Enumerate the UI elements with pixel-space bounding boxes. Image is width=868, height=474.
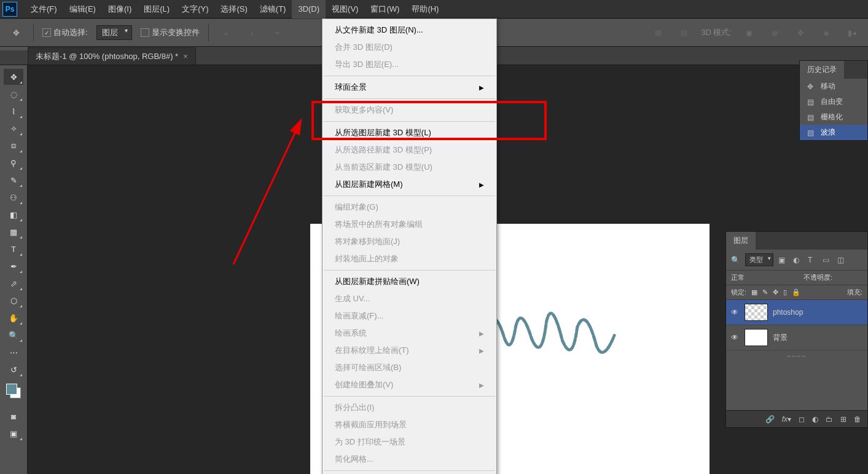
history-item-1[interactable]: ▤自由变	[800, 94, 867, 109]
history-step-icon: ▤	[805, 113, 816, 122]
layer-filter-dropdown[interactable]: 类型	[745, 253, 773, 266]
blend-mode-dropdown[interactable]: 正常	[731, 273, 799, 282]
menu-file[interactable]: 文件(F)	[25, 0, 63, 18]
auto-select-checkbox[interactable]: 自动选择:	[42, 27, 88, 38]
3d-pan-icon[interactable]: ⊕	[766, 24, 783, 41]
lock-transparent-icon[interactable]: ▦	[751, 288, 757, 296]
panel-resize-grip[interactable]: ╍╍╍╍	[726, 350, 867, 360]
close-tab-icon[interactable]: ×	[183, 52, 188, 61]
menu-3d-item-0[interactable]: 从文件新建 3D 图层(N)...	[323, 22, 496, 39]
align-top-icon[interactable]: ⫠	[217, 24, 235, 41]
history-item-3[interactable]: ▤波浪	[800, 125, 867, 140]
layer-group-icon[interactable]: 🗀	[826, 415, 833, 424]
gradient-tool[interactable]: ▦	[4, 224, 23, 240]
opacity-label: 不透明度:	[803, 273, 832, 282]
adjustment-layer-icon[interactable]: ◐	[812, 415, 818, 424]
auto-select-dropdown[interactable]: 图层	[96, 25, 132, 40]
hand-tool[interactable]: ✋	[4, 310, 23, 326]
shape-tool[interactable]: ⬡	[4, 293, 23, 309]
history-step-icon: ▤	[805, 128, 816, 137]
lock-all-icon[interactable]: 🔒	[792, 288, 800, 296]
menu-help[interactable]: 帮助(H)	[405, 0, 445, 18]
menu-filter[interactable]: 滤镜(T)	[254, 0, 292, 18]
history-step-icon: ✥	[805, 82, 816, 91]
3d-move-icon[interactable]: ✥	[792, 24, 809, 41]
search-icon: 🔍	[731, 256, 740, 264]
menu-view[interactable]: 视图(V)	[326, 0, 364, 18]
3d-orbit-icon[interactable]: ◉	[740, 24, 757, 41]
path-select-tool[interactable]: ⬀	[4, 275, 23, 291]
magic-wand-tool[interactable]: ✧	[4, 120, 23, 136]
3d-camera-icon[interactable]: ▮◂	[843, 24, 861, 41]
history-step-icon: ▤	[805, 98, 816, 106]
3d-scale-icon[interactable]: ◈	[818, 24, 835, 41]
color-swatch[interactable]	[6, 384, 21, 398]
move-tool[interactable]: ✥	[4, 69, 23, 85]
lock-paint-icon[interactable]: ✎	[762, 288, 768, 296]
menu-3d-item-21: 绘画系统▶	[323, 325, 496, 342]
layer-row-1[interactable]: 👁背景	[726, 325, 867, 350]
filter-pixel-icon[interactable]: ▣	[778, 256, 788, 264]
menu-image[interactable]: 图像(I)	[102, 0, 138, 18]
distribute2-icon[interactable]: ⊟	[675, 24, 692, 41]
menu-3d-item-8[interactable]: 从所选图层新建 3D 模型(L)	[323, 124, 496, 141]
layer-name: 背景	[773, 333, 788, 343]
menu-3d-item-18[interactable]: 从图层新建拼贴绘画(W)	[323, 273, 496, 290]
layer-visibility-icon[interactable]: 👁	[731, 333, 740, 342]
toolbox: ✥ ◌ ⌇ ✧ ⧈ ⚲ ✎ ⚇ ◧ ▦ T ✒ ⬀ ⬡ ✋ 🔍 ⋯ ↺ ◙ ▣	[0, 65, 28, 474]
menu-3d-dropdown: 从文件新建 3D 图层(N)...合并 3D 图层(D)导出 3D 图层(E).…	[322, 18, 497, 474]
lasso-tool[interactable]: ⌇	[4, 103, 23, 119]
marquee-tool[interactable]: ◌	[4, 86, 23, 102]
type-tool[interactable]: T	[4, 241, 23, 257]
menu-3d-item-4[interactable]: 球面全景▶	[323, 79, 496, 96]
layer-thumbnail[interactable]	[745, 329, 768, 346]
align-bottom-icon[interactable]: ⫟	[269, 24, 286, 41]
filter-shape-icon[interactable]: ▭	[823, 256, 832, 264]
layers-bottom-bar: 🔗 fx▾ ◻ ◐ 🗀 ⊞ 🗑	[726, 410, 867, 427]
lock-artboard-icon[interactable]: ▯	[783, 288, 787, 296]
layer-fx-icon[interactable]: fx▾	[782, 415, 791, 424]
menu-type[interactable]: 文字(Y)	[176, 0, 214, 18]
align-middle-icon[interactable]: ⫞	[243, 24, 260, 41]
edit-toolbar[interactable]: ⋯	[4, 344, 23, 360]
layer-thumbnail[interactable]	[745, 304, 768, 321]
filter-type-icon[interactable]: T	[808, 256, 818, 264]
menu-window[interactable]: 窗口(W)	[364, 0, 405, 18]
menu-3d-item-28: 为 3D 打印统一场景	[323, 433, 496, 451]
menu-3d-item-15: 将对象移到地面(J)	[323, 233, 496, 250]
menu-select[interactable]: 选择(S)	[214, 0, 253, 18]
menu-layer[interactable]: 图层(L)	[138, 0, 176, 18]
menu-3d[interactable]: 3D(D)	[292, 0, 326, 18]
layer-mask-icon[interactable]: ◻	[799, 415, 805, 424]
menu-edit[interactable]: 编辑(E)	[63, 0, 102, 18]
eraser-tool[interactable]: ◧	[4, 207, 23, 223]
pen-tool[interactable]: ✒	[4, 258, 23, 274]
history-item-0[interactable]: ✥移动	[800, 79, 867, 94]
clone-stamp-tool[interactable]: ⚇	[4, 189, 23, 205]
new-layer-icon[interactable]: ⊞	[840, 415, 846, 424]
crop-tool[interactable]: ⧈	[4, 138, 23, 154]
document-tab[interactable]: 未标题-1 @ 100% (phtoshop, RGB/8#) * ×	[28, 47, 196, 65]
eyedropper-tool[interactable]: ⚲	[4, 155, 23, 171]
history-brush-tool[interactable]: ↺	[4, 361, 23, 377]
filter-adjust-icon[interactable]: ◐	[793, 256, 803, 264]
zoom-tool[interactable]: 🔍	[4, 327, 23, 343]
link-layers-icon[interactable]: 🔗	[765, 415, 775, 424]
show-transform-checkbox[interactable]: 显示变换控件	[141, 27, 200, 38]
filter-smart-icon[interactable]: ◫	[837, 256, 847, 264]
app-logo: Ps	[2, 2, 17, 17]
brush-tool[interactable]: ✎	[4, 172, 23, 188]
delete-layer-icon[interactable]: 🗑	[854, 415, 861, 424]
history-panel-tab[interactable]: 历史记录	[800, 61, 844, 79]
layer-visibility-icon[interactable]: 👁	[731, 308, 740, 317]
lock-position-icon[interactable]: ✥	[773, 288, 778, 296]
quick-mask-toggle[interactable]: ◙	[4, 408, 23, 424]
menu-3d-item-11[interactable]: 从图层新建网格(M)▶	[323, 176, 496, 193]
layer-row-0[interactable]: 👁phtoshop	[726, 300, 867, 325]
menu-3d-item-6: 获取更多内容(V)	[323, 101, 496, 119]
menu-3d-item-2: 导出 3D 图层(E)...	[323, 56, 496, 73]
distribute-icon[interactable]: ⊞	[649, 24, 667, 41]
history-item-2[interactable]: ▤栅格化	[800, 109, 867, 125]
screen-mode-toggle[interactable]: ▣	[4, 425, 23, 441]
layers-panel-tab[interactable]: 图层	[726, 232, 756, 250]
